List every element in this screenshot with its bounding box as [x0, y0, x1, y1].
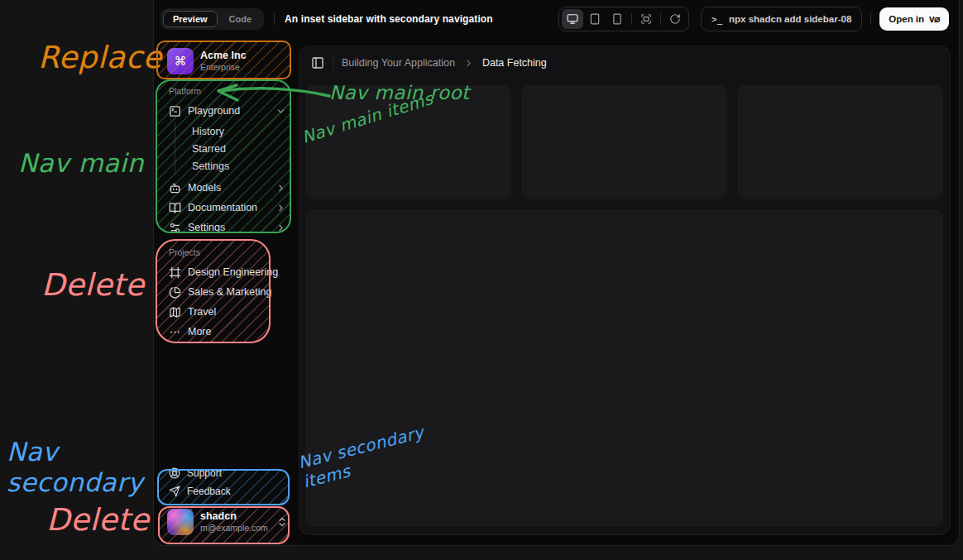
sidebar: ⌘ Acme Inc Enterprise Platform Playgroun… [154, 38, 299, 545]
nav-item-more[interactable]: More [162, 322, 293, 342]
placeholder-card [521, 85, 727, 199]
breadcrumb-parent[interactable]: Building Your Application [342, 57, 455, 69]
team-switcher[interactable]: ⌘ Acme Inc Enterprise [162, 45, 293, 78]
nav-item-support[interactable]: Support [162, 464, 293, 482]
tab-preview[interactable]: Preview [163, 11, 218, 27]
nav-item-travel[interactable]: Travel [162, 302, 293, 322]
bot-icon [169, 182, 181, 194]
tablet-icon[interactable] [584, 9, 606, 29]
command-icon: ⌘ [167, 48, 194, 74]
device-toggle-group [558, 7, 689, 31]
nav-item-sales-marketing[interactable]: Sales & Marketing [162, 282, 293, 302]
panel-left-icon[interactable] [311, 56, 324, 69]
frame-icon [169, 266, 181, 279]
group-label-platform: Platform [162, 86, 293, 96]
chevrons-up-down-icon [276, 516, 288, 528]
book-open-icon [169, 202, 181, 214]
chevron-right-icon[interactable] [275, 203, 286, 213]
panel-body [299, 79, 950, 534]
team-plan: Enterprise [200, 62, 247, 73]
open-in-v0-button[interactable]: Open in v⌀ [879, 7, 949, 31]
nav-item-feedback[interactable]: Feedback [162, 482, 293, 500]
smartphone-icon[interactable] [606, 9, 628, 29]
nav-item-design-engineering[interactable]: Design Engineering [162, 262, 293, 282]
placeholder-content-card [305, 209, 943, 527]
page-canvas: Preview Code An inset sidebar with secon… [0, 0, 963, 560]
terminal-prompt-icon: >_ [711, 14, 722, 24]
v0-logo-icon: v⌀ [929, 13, 940, 25]
toolbar-separator [274, 12, 275, 26]
group-label-projects: Projects [162, 247, 293, 257]
team-name: Acme Inc [200, 50, 247, 62]
block-viewer: Preview Code An inset sidebar with secon… [153, 0, 960, 546]
tab-code[interactable]: Code [219, 11, 262, 27]
device-separator [660, 13, 661, 25]
monitor-icon[interactable] [562, 9, 583, 29]
npx-command-text: npx shadcn add sidebar-08 [729, 14, 851, 24]
nav-secondary: Support Feedback [162, 464, 293, 500]
square-terminal-icon [169, 105, 181, 117]
chevron-right-icon [463, 58, 474, 69]
breadcrumb-current: Data Fetching [482, 57, 547, 69]
nav-subitem-starred[interactable]: Starred [185, 140, 293, 157]
toolbar-separator [870, 13, 871, 25]
fullscreen-icon[interactable] [635, 9, 657, 29]
pie-chart-icon [169, 286, 181, 299]
nav-sub-list: History Starred Settings [175, 122, 293, 175]
user-name: shadcn [200, 510, 270, 523]
user-email: m@example.com [200, 523, 270, 534]
user-menu[interactable]: shadcn m@example.com [162, 505, 293, 538]
map-icon [169, 306, 181, 318]
placeholder-card [737, 85, 943, 199]
nav-item-playground[interactable]: Playground [162, 101, 293, 121]
breadcrumb-separator [333, 57, 333, 69]
annotation-replace-label: Replace [38, 40, 162, 76]
ellipsis-icon [169, 326, 181, 338]
send-icon [169, 486, 180, 497]
block-toolbar: Preview Code An inset sidebar with secon… [154, 0, 959, 38]
nav-item-documentation[interactable]: Documentation [162, 198, 293, 218]
block-title: An inset sidebar with secondary navigati… [285, 13, 493, 25]
settings-icon [169, 222, 181, 234]
chevron-right-icon[interactable] [275, 183, 286, 194]
nav-item-models[interactable]: Models [162, 178, 293, 198]
placeholder-card-row [305, 85, 943, 199]
chevron-right-icon[interactable] [275, 223, 286, 233]
annotation-delete-user-label: Delete [46, 502, 150, 538]
refresh-icon[interactable] [664, 9, 686, 29]
device-separator [631, 13, 632, 25]
avatar [167, 509, 194, 535]
annotation-nav-main-label: Nav main [18, 148, 144, 179]
view-toggle-group: Preview Code [160, 8, 264, 30]
life-buoy-icon [169, 467, 180, 479]
nav-item-settings[interactable]: Settings [162, 218, 293, 237]
chevron-down-icon[interactable] [275, 106, 286, 117]
npx-command-button[interactable]: >_ npx shadcn add sidebar-08 [701, 7, 862, 31]
open-in-label: Open in [889, 14, 924, 24]
nav-subitem-settings[interactable]: Settings [185, 157, 293, 175]
placeholder-card [305, 85, 511, 199]
annotation-nav-secondary-label: Nav secondary [7, 437, 143, 498]
nav-subitem-history[interactable]: History [185, 122, 293, 140]
main-panel: Building Your Application Data Fetching [299, 46, 950, 534]
panel-header: Building Your Application Data Fetching [299, 46, 950, 79]
annotation-delete-projects-label: Delete [41, 267, 145, 304]
